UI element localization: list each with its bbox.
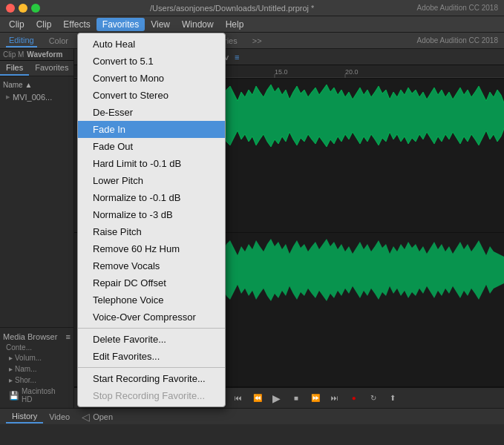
left-panel: Clip M Waveform Files Favorites Name ▲ ▸… xyxy=(0,49,74,408)
file-path: /Users/asonjones/Downloads/Untitled.prpr… xyxy=(48,4,416,13)
svg-text:20.0: 20.0 xyxy=(345,68,359,76)
waveform-label: Waveform xyxy=(27,50,62,59)
media-browser: Media Browser ≡ Conte... ▸ Volum... ▸ Na… xyxy=(0,327,73,408)
svg-text:15.0: 15.0 xyxy=(275,68,288,76)
menu-clip[interactable]: Clip xyxy=(3,18,30,31)
media-item-name[interactable]: ▸ Nam... xyxy=(3,363,71,375)
media-item-short[interactable]: ▸ Shor... xyxy=(3,375,71,386)
fast-forward-button[interactable]: ⏩ xyxy=(308,391,323,406)
favorites-dropdown: Auto Heal Convert to 5.1 Convert to Mono… xyxy=(77,33,226,407)
panel-tabs: Files Favorites xyxy=(0,61,73,76)
media-browser-header: Media Browser ≡ xyxy=(3,331,71,343)
app-name-toolbar: Adobe Audition CC 2018 xyxy=(416,36,498,44)
menu-lower-pitch[interactable]: Lower Pitch xyxy=(78,172,225,189)
separator-2 xyxy=(78,367,225,368)
menu-help[interactable]: Help xyxy=(220,18,250,31)
files-list: Name ▲ ▸ MVI_006... xyxy=(0,76,73,327)
menu-remove-vocals[interactable]: Remove Vocals xyxy=(78,257,225,274)
file-item[interactable]: ▸ MVI_006... xyxy=(3,90,71,103)
menu-hard-limit[interactable]: Hard Limit to -0.1 dB xyxy=(78,155,225,172)
tab-color[interactable]: Color xyxy=(46,35,71,47)
menu-view[interactable]: View xyxy=(145,18,176,31)
menu-bar: Clip Clip Effects Favorites View Window … xyxy=(0,16,504,33)
traffic-lights xyxy=(6,4,40,13)
macintosh-hd-item[interactable]: 💾 Macintosh HD xyxy=(3,386,71,405)
stop-button[interactable]: ■ xyxy=(289,391,304,406)
tab-video[interactable]: Video xyxy=(43,411,76,423)
menu-start-recording[interactable]: Start Recording Favorite... xyxy=(78,370,225,387)
dropdown-menu: Auto Heal Convert to 5.1 Convert to Mono… xyxy=(77,33,226,407)
menu-window[interactable]: Window xyxy=(176,18,220,31)
main-layout: Clip M Waveform Files Favorites Name ▲ ▸… xyxy=(0,49,504,408)
menu-convert-mono[interactable]: Convert to Mono xyxy=(78,70,225,87)
export-button[interactable]: ⬆ xyxy=(385,391,400,406)
menu-raise-pitch[interactable]: Raise Pitch xyxy=(78,223,225,240)
close-button[interactable] xyxy=(6,4,15,13)
menu-effects[interactable]: Effects xyxy=(57,18,96,31)
record-button[interactable]: ● xyxy=(347,391,361,406)
maximize-button[interactable] xyxy=(31,4,40,13)
tab-history[interactable]: History xyxy=(6,410,43,423)
bottom-bar: History Video ◁ Open xyxy=(0,408,504,424)
menu-convert-stereo[interactable]: Convert to Stereo xyxy=(78,87,225,104)
open-label[interactable]: Open xyxy=(93,412,113,421)
clip-label: Clip M xyxy=(3,50,24,59)
skip-back-button[interactable]: ⏮ xyxy=(231,391,246,406)
tab-editing[interactable]: Editing xyxy=(6,34,37,47)
separator-1 xyxy=(78,328,225,329)
loop-button[interactable]: ↻ xyxy=(366,391,381,406)
menu-fade-out[interactable]: Fade Out xyxy=(78,138,225,155)
open-section: ◁ Open xyxy=(82,411,113,423)
back-button[interactable]: ◁ xyxy=(82,411,90,423)
media-browser-label: Media Browser xyxy=(3,332,57,341)
tab-files[interactable]: Files xyxy=(0,61,29,76)
menu-stop-recording[interactable]: Stop Recording Favorite... xyxy=(78,387,225,404)
menu-de-esser[interactable]: De-Esser xyxy=(78,104,225,121)
menu-normalize-3[interactable]: Normalize to -3 dB xyxy=(78,206,225,223)
file-name: MVI_006... xyxy=(13,93,52,102)
tab-favorites[interactable]: Favorites xyxy=(29,61,74,76)
media-browser-menu[interactable]: ≡ xyxy=(66,332,71,341)
menu-voice-over[interactable]: Voice-Over Compressor xyxy=(78,309,225,326)
menu-auto-heal[interactable]: Auto Heal xyxy=(78,36,225,53)
tab-more[interactable]: >> xyxy=(249,35,265,47)
editor-menu[interactable]: ≡ xyxy=(235,53,239,62)
menu-favorites[interactable]: Favorites xyxy=(96,18,145,31)
file-column-header: Name ▲ xyxy=(3,79,71,90)
media-item-volume[interactable]: ▸ Volum... xyxy=(3,352,71,363)
menu-repair-dc[interactable]: Repair DC Offset xyxy=(78,274,225,291)
app-name: Adobe Audition CC 2018 xyxy=(416,4,498,12)
title-bar: /Users/asonjones/Downloads/Untitled.prpr… xyxy=(0,0,504,16)
menu-convert-51[interactable]: Convert to 5.1 xyxy=(78,53,225,70)
menu-telephone-voice[interactable]: Telephone Voice xyxy=(78,291,225,309)
menu-edit-favorites[interactable]: Edit Favorites... xyxy=(78,348,225,365)
menu-normalize-01[interactable]: Normalize to -0.1 dB xyxy=(78,189,225,206)
menu-clip2[interactable]: Clip xyxy=(30,18,58,31)
rewind-button[interactable]: ⏪ xyxy=(250,391,265,406)
menu-remove-hum[interactable]: Remove 60 Hz Hum xyxy=(78,240,225,257)
menu-delete-favorite[interactable]: Delete Favorite... xyxy=(78,331,225,348)
skip-forward-button[interactable]: ⏭ xyxy=(327,391,342,406)
contents-label: Conte... xyxy=(3,343,71,352)
menu-fade-in[interactable]: Fade In xyxy=(78,121,225,138)
macintosh-hd-label: Macintosh HD xyxy=(22,387,65,403)
play-button[interactable]: ▶ xyxy=(269,391,284,406)
minimize-button[interactable] xyxy=(19,4,27,13)
workspace-tabs: Editing Color Effects Audio Graphics Lib… xyxy=(0,33,504,49)
